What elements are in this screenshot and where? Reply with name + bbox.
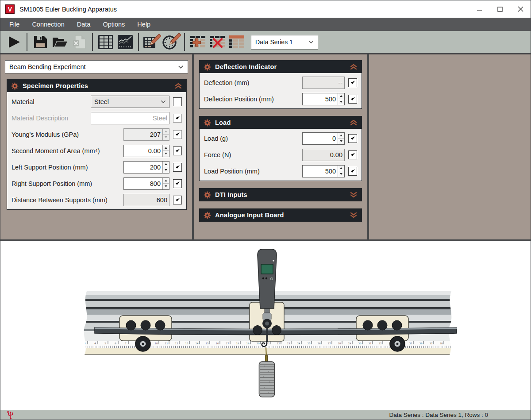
close-icon: [518, 6, 523, 12]
window-title: SM1005 Euler Buckling Apparatus: [19, 6, 117, 13]
gear-icon: [204, 212, 211, 219]
field-row-left-support: Left Support Position (mm) 200: [12, 159, 182, 175]
right-support-checkbox[interactable]: [173, 179, 182, 188]
menu-options[interactable]: Options: [96, 18, 131, 31]
right-support-wheel: [390, 336, 405, 351]
deflection-position-checkbox[interactable]: [348, 95, 357, 104]
left-support-position-input[interactable]: 200: [123, 161, 169, 173]
field-label: Material Description: [12, 115, 91, 122]
data-series-columns-button[interactable]: [227, 32, 246, 52]
spin-down-button[interactable]: [163, 151, 169, 157]
menu-help[interactable]: Help: [131, 18, 157, 31]
material-select[interactable]: Steel: [91, 96, 169, 108]
minimize-button[interactable]: [469, 0, 490, 18]
section-title: Load: [215, 119, 231, 126]
second-moment-checkbox[interactable]: [173, 146, 182, 155]
open-button[interactable]: [50, 32, 69, 52]
specimen-properties-header[interactable]: Specimen Properties: [7, 80, 186, 92]
middle-panel: Deflection Indicator Deflection (mm) --: [194, 54, 367, 239]
spin-up-button[interactable]: [338, 133, 344, 139]
maximize-button[interactable]: [490, 0, 510, 18]
menu-connection[interactable]: Connection: [26, 18, 70, 31]
left-support-checkbox[interactable]: [173, 163, 182, 172]
material-checkbox[interactable]: [173, 97, 182, 106]
table-view-button[interactable]: [96, 32, 115, 52]
load-header[interactable]: Load: [200, 116, 362, 129]
svg-text:31: 31: [369, 342, 372, 345]
spin-down-button[interactable]: [163, 167, 169, 173]
deflection-indicator-header[interactable]: Deflection Indicator: [200, 61, 362, 73]
load-position-input[interactable]: 500: [302, 165, 345, 177]
spin-up-button[interactable]: [338, 166, 344, 172]
spin-up-button[interactable]: [163, 178, 169, 184]
gear-icon: [204, 191, 211, 199]
field-row-distance-supports: Distance Between Supports (mm) 600: [12, 192, 182, 208]
chevron-expand-icon[interactable]: [350, 192, 358, 198]
analogue-input-board-header[interactable]: Analogue Input Board: [200, 209, 362, 221]
main-area: Beam Bending Experiment Specimen Propert…: [0, 53, 531, 241]
section-title: Deflection Indicator: [215, 63, 277, 70]
experiment-selector[interactable]: Beam Bending Experiment: [5, 60, 188, 73]
dti-inputs-header[interactable]: DTI Inputs: [200, 189, 362, 201]
chevron-collapse-icon[interactable]: [350, 64, 358, 70]
data-series-selector[interactable]: Data Series 1: [251, 35, 318, 50]
svg-text:7: 7: [125, 342, 127, 345]
field-row-force: Force (N) 0.00: [204, 146, 357, 163]
spin-up-button[interactable]: [338, 93, 344, 100]
menu-data[interactable]: Data: [71, 18, 97, 31]
section-load: Load Load (g) 0: [199, 116, 362, 181]
load-input[interactable]: 0: [302, 132, 345, 145]
spin-down-button[interactable]: [163, 184, 169, 189]
material-description-checkbox: [173, 114, 182, 123]
close-button[interactable]: [510, 0, 531, 18]
force-checkbox[interactable]: [348, 150, 357, 159]
edit-table-icon: [142, 33, 161, 51]
spin-up-button[interactable]: [163, 162, 169, 168]
weight-stack: [259, 362, 275, 397]
svg-text:24: 24: [297, 342, 300, 345]
left-panel: Beam Bending Experiment Specimen Propert…: [0, 54, 192, 239]
usb-connection-icon: U: [7, 411, 15, 420]
svg-text:26: 26: [318, 342, 321, 345]
right-panel: [369, 54, 531, 239]
start-button[interactable]: [4, 32, 23, 52]
apparatus-diagram-area: 3456789101112131415161718192021222324252…: [0, 241, 531, 410]
save-icon: [31, 33, 49, 51]
field-row-material-description: Material Description Steel: [12, 110, 182, 126]
edit-gauges-button[interactable]: [162, 32, 181, 52]
spin-down-button[interactable]: [338, 171, 344, 177]
chevron-collapse-icon[interactable]: [350, 119, 358, 126]
distance-supports-checkbox[interactable]: [173, 196, 182, 204]
save-button[interactable]: [31, 32, 50, 52]
svg-text:10: 10: [155, 342, 158, 345]
chevron-collapse-icon[interactable]: [174, 83, 182, 89]
section-analogue-input-board: Analogue Input Board: [199, 208, 362, 222]
field-row-deflection: Deflection (mm) --: [204, 74, 357, 91]
spin-down-button[interactable]: [338, 99, 344, 105]
field-label: Load (g): [204, 135, 302, 142]
spin-down-button[interactable]: [338, 139, 344, 144]
edit-table-button[interactable]: [142, 32, 162, 52]
spin-up-button[interactable]: [163, 145, 169, 151]
export-excel-button[interactable]: [69, 32, 89, 52]
svg-text:19: 19: [246, 342, 250, 345]
delete-data-series-button[interactable]: [208, 32, 227, 52]
menu-file[interactable]: File: [0, 18, 26, 31]
gear-icon: [204, 119, 211, 127]
toolbar-separator: [92, 33, 93, 51]
second-moment-input[interactable]: 0.00: [123, 145, 169, 157]
svg-text:37: 37: [430, 342, 433, 345]
load-position-checkbox[interactable]: [348, 167, 357, 176]
chevron-expand-icon[interactable]: [350, 212, 358, 218]
svg-text:14: 14: [196, 342, 199, 345]
add-data-series-button[interactable]: [188, 32, 208, 52]
load-checkbox[interactable]: [348, 134, 357, 143]
deflection-position-input[interactable]: 500: [302, 93, 345, 105]
deflection-checkbox[interactable]: [348, 78, 357, 87]
section-dti-inputs: DTI Inputs: [199, 188, 362, 201]
field-label: Force (N): [204, 151, 302, 158]
svg-text:29: 29: [348, 342, 351, 345]
series-columns-icon: [228, 33, 246, 51]
graph-view-button[interactable]: [115, 32, 135, 52]
right-support-position-input[interactable]: 800: [123, 177, 169, 190]
